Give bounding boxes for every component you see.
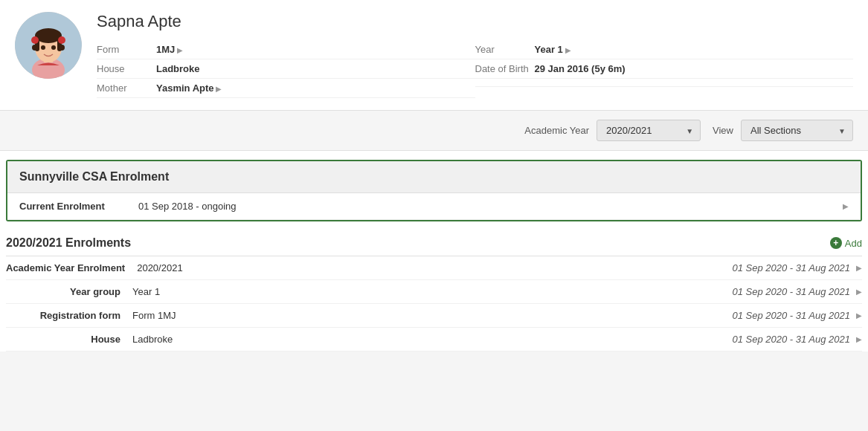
csa-row-value: 01 Sep 2018 - ongoing bbox=[138, 201, 843, 212]
dob-label: Date of Birth bbox=[475, 63, 535, 74]
house-value: Ladbroke bbox=[156, 63, 200, 74]
svg-point-7 bbox=[31, 36, 39, 44]
table-row: Academic Year Enrolment 2020/2021 01 Sep… bbox=[6, 256, 862, 280]
table-row: Registration form Form 1MJ 01 Sep 2020 -… bbox=[6, 304, 862, 328]
enrolment-arrow-0[interactable]: ▶ bbox=[856, 264, 862, 272]
table-row: Year group Year 1 01 Sep 2020 - 31 Aug 2… bbox=[6, 280, 862, 304]
mother-value[interactable]: Yasmin Apte bbox=[156, 82, 222, 94]
svg-point-9 bbox=[58, 36, 65, 44]
mother-label: Mother bbox=[97, 82, 156, 94]
enrolment-date-0: 01 Sep 2020 - 31 Aug 2021 bbox=[732, 262, 850, 273]
academic-year-label: Academic Year bbox=[524, 125, 589, 136]
svg-point-10 bbox=[59, 45, 65, 51]
csa-row-label: Current Enrolment bbox=[19, 201, 138, 212]
dob-value: 29 Jan 2016 (5y 6m) bbox=[535, 63, 626, 74]
enrolment-date-2: 01 Sep 2020 - 31 Aug 2021 bbox=[732, 310, 850, 321]
profile-left-col: Form 1MJ House Ladbroke Mother Yasmin Ap… bbox=[97, 40, 475, 98]
mother-field-row: Mother Yasmin Apte bbox=[97, 79, 475, 98]
dob-field-row: Date of Birth 29 Jan 2016 (5y 6m) bbox=[475, 59, 854, 79]
enrolment-value-0: 2020/2021 bbox=[137, 262, 732, 273]
profile-fields: Form 1MJ House Ladbroke Mother Yasmin Ap… bbox=[97, 40, 853, 98]
page-wrapper: Sapna Apte Form 1MJ House Ladbroke Mothe… bbox=[0, 0, 868, 351]
enrolment-arrow-2[interactable]: ▶ bbox=[856, 311, 862, 320]
csa-row-arrow-icon[interactable]: ▶ bbox=[843, 202, 849, 210]
year-value[interactable]: Year 1 bbox=[535, 44, 571, 55]
add-button[interactable]: + Add bbox=[830, 237, 862, 249]
view-dropdown-wrapper: All Sections Current Enrolment History bbox=[741, 120, 853, 141]
form-value[interactable]: 1MJ bbox=[156, 44, 183, 55]
academic-year-dropdown-wrapper: 2020/2021 2019/2020 2018/2019 bbox=[597, 120, 701, 141]
enrolment-date-3: 01 Sep 2020 - 31 Aug 2021 bbox=[732, 334, 850, 345]
controls-section: Academic Year 2020/2021 2019/2020 2018/2… bbox=[0, 111, 868, 151]
enrolment-value-2: Form 1MJ bbox=[132, 310, 732, 321]
empty-field-row bbox=[475, 79, 854, 87]
add-icon: + bbox=[830, 237, 842, 249]
profile-section: Sapna Apte Form 1MJ House Ladbroke Mothe… bbox=[0, 0, 868, 111]
view-row: View All Sections Current Enrolment Hist… bbox=[713, 120, 853, 141]
academic-year-dropdown[interactable]: 2020/2021 2019/2020 2018/2019 bbox=[597, 120, 701, 141]
profile-info: Sapna Apte Form 1MJ House Ladbroke Mothe… bbox=[97, 12, 853, 98]
profile-right-col: Year Year 1 Date of Birth 29 Jan 2016 (5… bbox=[475, 40, 854, 98]
enrolment-label-0: Academic Year Enrolment bbox=[6, 262, 137, 273]
academic-year-row: Academic Year 2020/2021 2019/2020 2018/2… bbox=[524, 120, 701, 141]
profile-name: Sapna Apte bbox=[97, 12, 853, 31]
form-label: Form bbox=[97, 44, 156, 55]
svg-point-8 bbox=[32, 45, 38, 51]
house-label: House bbox=[97, 63, 156, 74]
year-label: Year bbox=[475, 44, 535, 55]
enrolment-value-1: Year 1 bbox=[132, 286, 732, 297]
enrolments-section: 2020/2021 Enrolments + Add Academic Year… bbox=[6, 230, 862, 351]
enrolment-value-3: Ladbroke bbox=[132, 334, 732, 345]
svg-point-12 bbox=[51, 45, 56, 50]
enrolment-label-1: Year group bbox=[6, 286, 132, 297]
enrolments-title: 2020/2021 Enrolments bbox=[6, 236, 131, 250]
enrolment-arrow-1[interactable]: ▶ bbox=[856, 288, 862, 296]
enrolment-label-2: Registration form bbox=[6, 310, 132, 321]
enrolment-label-3: House bbox=[6, 334, 132, 345]
year-field-row: Year Year 1 bbox=[475, 40, 854, 59]
enrolments-header: 2020/2021 Enrolments + Add bbox=[6, 230, 862, 256]
house-field-row: House Ladbroke bbox=[97, 59, 475, 79]
view-label: View bbox=[713, 125, 733, 136]
csa-section: Sunnyville CSA Enrolment Current Enrolme… bbox=[6, 160, 862, 221]
avatar bbox=[15, 12, 82, 79]
csa-title: Sunnyville CSA Enrolment bbox=[7, 161, 861, 193]
enrolment-arrow-3[interactable]: ▶ bbox=[856, 335, 862, 343]
form-field-row: Form 1MJ bbox=[97, 40, 475, 59]
table-row: House Ladbroke 01 Sep 2020 - 31 Aug 2021… bbox=[6, 328, 862, 351]
csa-enrolment-row: Current Enrolment 01 Sep 2018 - ongoing … bbox=[7, 193, 861, 220]
view-dropdown[interactable]: All Sections Current Enrolment History bbox=[741, 120, 853, 141]
svg-point-11 bbox=[41, 45, 45, 50]
add-label: Add bbox=[845, 238, 862, 249]
enrolment-date-1: 01 Sep 2020 - 31 Aug 2021 bbox=[732, 286, 850, 297]
